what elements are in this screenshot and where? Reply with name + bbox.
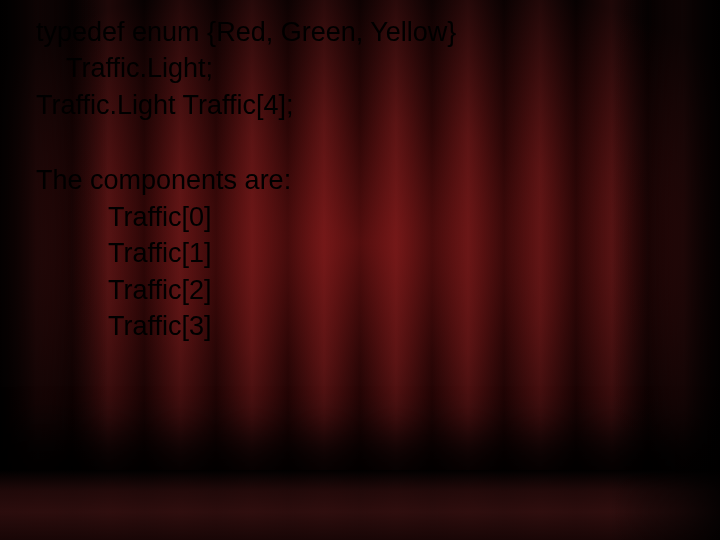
code-line-2: Traffic.Light; — [36, 50, 700, 86]
components-heading: The components are: — [36, 162, 700, 198]
component-item: Traffic[0] — [36, 199, 700, 235]
component-item: Traffic[2] — [36, 272, 700, 308]
components-block: The components are: Traffic[0] Traffic[1… — [36, 162, 700, 344]
slide-content: typedef enum {Red, Green, Yellow} Traffi… — [0, 0, 720, 345]
component-item: Traffic[3] — [36, 308, 700, 344]
code-line-3: Traffic.Light Traffic[4]; — [36, 87, 700, 123]
spacer — [36, 123, 700, 162]
stage-floor — [0, 470, 720, 540]
code-block: typedef enum {Red, Green, Yellow} Traffi… — [36, 14, 700, 123]
code-line-1: typedef enum {Red, Green, Yellow} — [36, 14, 700, 50]
slide-stage: typedef enum {Red, Green, Yellow} Traffi… — [0, 0, 720, 540]
component-item: Traffic[1] — [36, 235, 700, 271]
